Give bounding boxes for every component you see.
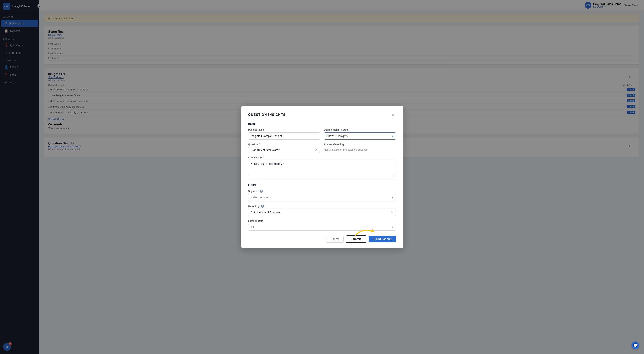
filter-date-value: All	[251, 225, 254, 229]
default-insight-count-label: Default Insight Count	[324, 129, 396, 131]
answer-grouping-label: Answer Grouping	[324, 143, 396, 146]
default-insight-count-select[interactable]: Show 10 Insights ▾	[324, 133, 396, 140]
comment-text-input[interactable]	[248, 160, 396, 176]
default-insight-count-group: Default Insight Count Show 10 Insights ▾	[324, 129, 396, 140]
question-label: Question *	[248, 143, 320, 146]
basic-section-title: Basic	[248, 122, 396, 125]
question-insights-modal: QUESTION INSIGHTS ✕ Basic Dashlet Name D…	[241, 106, 403, 248]
insight-count-value: Show 10 Insights	[327, 134, 348, 138]
segment-label: Segment ?	[248, 190, 396, 193]
answer-grouping-note: Not available for the selected question	[324, 147, 396, 151]
chevron-down-icon: ▾	[392, 134, 393, 138]
modal-title: QUESTION INSIGHTS	[248, 113, 286, 117]
filters-divider	[248, 179, 396, 180]
modal-footer: Cancel Submit + Add Dashlet	[248, 235, 396, 243]
cancel-button[interactable]: Cancel	[326, 235, 344, 243]
modal-close-button[interactable]: ✕	[390, 112, 396, 118]
question-input-row: ✕	[248, 147, 320, 153]
weight-by-row: Autoweight - U.S. Adults ✕	[248, 209, 396, 216]
dashlet-name-group: Dashlet Name	[248, 129, 320, 140]
chat-button[interactable]: 💬	[631, 341, 639, 349]
submit-button[interactable]: Submit	[346, 235, 366, 243]
filter-date-group: Filter by Date All ▾	[248, 220, 396, 231]
form-row-question-answer: Question * ✕ Answer Grouping Not availab…	[248, 143, 396, 153]
weight-by-info-icon: ?	[261, 205, 264, 208]
add-dashlet-button[interactable]: + Add Dashlet	[369, 236, 396, 242]
question-input[interactable]	[251, 149, 314, 152]
weight-by-label: Weight by ?	[248, 205, 396, 208]
weight-by-group: Weight by ? Autoweight - U.S. Adults ✕	[248, 205, 396, 216]
segment-chevron-icon: ▾	[392, 196, 393, 199]
segment-label-text: Segment	[248, 190, 258, 192]
segment-placeholder-text: Select Segment	[251, 196, 270, 199]
comment-text-label: Comment Text	[248, 156, 396, 159]
segment-info-icon: ?	[260, 190, 263, 193]
question-required-mark: *	[259, 143, 260, 146]
modal-header: QUESTION INSIGHTS ✕	[248, 112, 396, 118]
comment-text-group: Comment Text	[248, 156, 396, 176]
question-label-text: Question	[248, 143, 258, 146]
modal-overlay[interactable]: QUESTION INSIGHTS ✕ Basic Dashlet Name D…	[0, 0, 644, 354]
filter-date-select[interactable]: All ▾	[248, 223, 396, 231]
segment-select[interactable]: Select Segment ▾	[248, 194, 396, 201]
weight-by-clear-button[interactable]: ✕	[390, 210, 394, 215]
question-clear-button[interactable]: ✕	[314, 147, 318, 153]
weight-by-value: Autoweight - U.S. Adults	[251, 209, 390, 216]
question-group: Question * ✕	[248, 143, 320, 153]
filters-section-title: Filters	[248, 183, 396, 186]
filter-date-label: Filter by Date	[248, 220, 396, 222]
dashlet-name-input[interactable]	[248, 133, 320, 140]
answer-grouping-group: Answer Grouping Not available for the se…	[324, 143, 396, 153]
weight-by-label-text: Weight by	[248, 205, 260, 207]
dashlet-name-label: Dashlet Name	[248, 129, 320, 131]
form-row-dashlet-info: Dashlet Name Default Insight Count Show …	[248, 129, 396, 140]
segment-group: Segment ? Select Segment ▾	[248, 190, 396, 201]
filter-date-chevron-icon: ▾	[392, 225, 393, 229]
